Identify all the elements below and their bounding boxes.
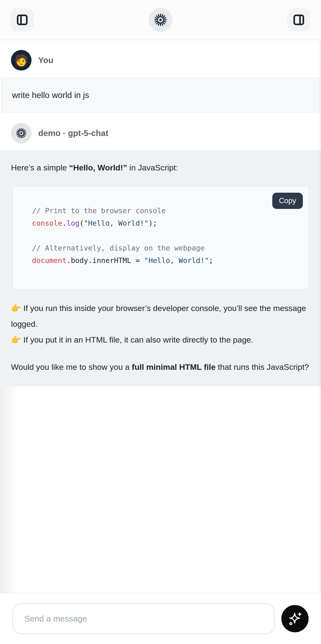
intro-bold: “Hello, World!” [69, 163, 127, 172]
user-message-text: write hello world in js [12, 90, 89, 100]
note-1: 👉 If you run this inside your browser’s … [11, 304, 306, 328]
question-suffix: that runs this JavaScript? [216, 362, 309, 372]
code-content: // Print to the browser consoleconsole.l… [13, 186, 309, 289]
send-button[interactable] [281, 605, 309, 632]
assistant-notes: 👉 If you run this inside your browser’s … [11, 300, 310, 348]
question-prefix: Would you like me to show you a [11, 362, 132, 372]
user-avatar-emoji: 🧑 [14, 55, 28, 66]
intro-prefix: Here’s a simple [11, 163, 69, 172]
user-turn-header: 🧑 You [0, 40, 321, 78]
user-turn-name: You [38, 56, 53, 65]
panel-left-icon [16, 14, 28, 26]
note-2: 👉 If you put it in an HTML file, it can … [11, 335, 253, 344]
starburst-icon [154, 13, 167, 26]
assistant-question: Would you like me to show you a full min… [11, 359, 310, 375]
intro-suffix: in JavaScript: [127, 163, 178, 172]
sidebar-toggle-button[interactable] [10, 8, 34, 32]
assistant-message: Here’s a simple “Hello, World!” in JavaS… [0, 150, 321, 386]
top-bar [0, 0, 321, 40]
code-block: Copy // Print to the browser consolecons… [12, 186, 309, 290]
assistant-turn-header: demo · gpt-5-chat [0, 112, 321, 150]
assistant-intro: Here’s a simple “Hello, World!” in JavaS… [11, 160, 310, 176]
chat-scroll-area: 🧑 You write hello world in js [0, 40, 321, 593]
user-message: write hello world in js [1, 78, 320, 112]
chat-app: 🧑 You write hello world in js [0, 0, 321, 644]
starburst-icon [16, 128, 27, 139]
sparkles-icon [287, 611, 303, 626]
assistant-turn-name: demo · gpt-5-chat [38, 128, 108, 138]
chat-empty-space [0, 386, 321, 593]
copy-button[interactable]: Copy [272, 193, 303, 209]
right-panel-toggle-button[interactable] [287, 8, 311, 32]
question-bold: full minimal HTML file [132, 362, 216, 372]
message-input[interactable] [12, 603, 275, 634]
user-avatar: 🧑 [11, 50, 31, 70]
panel-right-icon [293, 14, 305, 26]
model-badge-button[interactable] [149, 8, 172, 32]
composer-bar [0, 593, 321, 644]
assistant-avatar [11, 123, 31, 144]
